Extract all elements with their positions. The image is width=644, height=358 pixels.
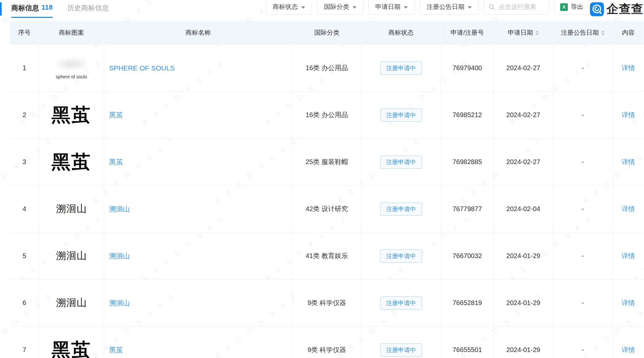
status-badge: 注册申请中 — [380, 109, 422, 122]
trademark-image[interactable]: 黑茧 — [39, 106, 104, 124]
table-row: 7黑茧黑茧9类 科学仪器注册申请中766555012024-01-29-详情 — [10, 327, 644, 358]
tab-label: 历史商标信息 — [67, 3, 109, 13]
filter-label: 商标状态 — [273, 3, 298, 11]
detail-cell: 详情 — [613, 139, 644, 185]
qichacha-logo-icon — [590, 2, 604, 16]
tab-trademark-info[interactable]: 商标信息 118 — [11, 3, 53, 18]
trademark-name-link[interactable]: SPHERE OF SOULS — [109, 64, 175, 72]
tab-count-badge: 118 — [41, 3, 53, 11]
detail-cell: 详情 — [613, 45, 644, 91]
trademark-name-cell: 溯洄山 — [104, 186, 293, 232]
tab-history-trademark-info[interactable]: 历史商标信息 — [67, 3, 109, 18]
status-cell: 注册申请中 — [361, 233, 441, 279]
trademark-name-link[interactable]: 黑茧 — [109, 157, 123, 167]
trademark-name-link[interactable]: 溯洄山 — [109, 204, 130, 214]
search-box[interactable] — [484, 0, 549, 15]
table-row: 1sphere of soulsSPHERE OF SOULS16类 办公用品注… — [10, 45, 644, 92]
trademark-name-cell: 溯洄山 — [104, 233, 293, 279]
column-header-1: 序号 — [10, 21, 39, 45]
detail-cell: 详情 — [613, 92, 644, 138]
sort-icon[interactable] — [601, 30, 605, 35]
trademark-name-cell: 溯洄山 — [104, 280, 293, 326]
table-row: 2黑茧黑茧16类 办公用品注册申请中769852122024-02-27-详情 — [10, 92, 644, 139]
detail-link[interactable]: 详情 — [622, 204, 635, 213]
trademark-image-text: 黑茧 — [52, 106, 91, 124]
export-button[interactable]: X 导出 — [554, 0, 590, 15]
filter-trademark-status[interactable]: 商标状态 — [266, 0, 312, 15]
trademark-image-text: sphere of souls — [56, 74, 87, 79]
trademark-name-cell: 黑茧 — [104, 139, 293, 185]
detail-cell: 详情 — [613, 327, 644, 358]
column-header-label: 商标状态 — [389, 28, 414, 37]
row-index: 3 — [10, 139, 39, 185]
intl-class: 9类 科学仪器 — [293, 327, 361, 358]
apply-date: 2024-01-29 — [494, 327, 553, 358]
trademark-image[interactable]: 溯洄山 — [39, 202, 104, 216]
filter-intl-class[interactable]: 国际分类 — [317, 0, 363, 15]
brand-name: 企查查 — [607, 1, 643, 17]
filter-label: 注册公告日期 — [427, 3, 464, 11]
trademark-name-link[interactable]: 黑茧 — [109, 111, 123, 120]
trademark-image[interactable]: 溯洄山 — [39, 249, 104, 263]
column-header-3: 商标名称 — [104, 21, 293, 45]
status-cell: 注册申请中 — [361, 45, 441, 91]
trademark-image[interactable]: sphere of souls — [39, 57, 104, 79]
intl-class: 42类 设计研究 — [293, 186, 361, 232]
detail-cell: 详情 — [613, 233, 644, 279]
status-badge: 注册申请中 — [380, 249, 422, 263]
status-badge: 注册申请中 — [380, 156, 422, 169]
search-input[interactable] — [498, 3, 541, 11]
filter-label: 国际分类 — [324, 3, 349, 11]
trademark-image-text: 黑茧 — [52, 340, 91, 358]
column-header-7[interactable]: 申请日期 — [494, 21, 553, 45]
export-label: 导出 — [571, 3, 583, 11]
detail-link[interactable]: 详情 — [622, 345, 635, 354]
detail-link[interactable]: 详情 — [622, 251, 635, 260]
pub-date: - — [553, 327, 613, 358]
intl-class: 25类 服装鞋帽 — [293, 139, 361, 185]
trademark-image[interactable]: 溯洄山 — [39, 296, 104, 310]
apply-date: 2024-01-29 — [494, 233, 553, 279]
status-cell: 注册申请中 — [361, 280, 441, 326]
table-row: 3黑茧黑茧25类 服装鞋帽注册申请中769828852024-02-27-详情 — [10, 139, 644, 186]
apply-date: 2024-02-27 — [494, 45, 553, 91]
pub-date: - — [553, 280, 613, 326]
status-badge: 注册申请中 — [380, 343, 422, 357]
trademark-name-link[interactable]: 黑茧 — [109, 345, 123, 355]
column-header-label: 内容 — [622, 28, 635, 37]
row-index: 7 — [10, 327, 39, 358]
page: 8 8 0 D X 5 4 28 8 0 D X 5 4 28 8 0 D X … — [0, 0, 644, 358]
accent-bar — [0, 2, 2, 16]
table-row: 4溯洄山溯洄山42类 设计研究注册申请中767798772024-02-04-详… — [10, 186, 644, 233]
column-header-2: 商标图案 — [39, 21, 104, 45]
pub-date: - — [553, 186, 613, 232]
excel-icon: X — [560, 3, 568, 11]
brand-logo[interactable]: 企查查 — [590, 1, 643, 17]
trademark-name-link[interactable]: 溯洄山 — [109, 298, 130, 308]
detail-link[interactable]: 详情 — [622, 157, 635, 166]
apply-date: 2024-02-27 — [494, 139, 553, 185]
detail-link[interactable]: 详情 — [622, 111, 635, 119]
trademark-image-cell: 黑茧 — [39, 92, 104, 138]
filter-publication-date[interactable]: 注册公告日期 — [420, 0, 479, 15]
trademark-image-text: 溯洄山 — [56, 296, 87, 310]
trademark-image-cell: sphere of souls — [39, 45, 104, 91]
tab-label: 商标信息 — [11, 3, 39, 13]
detail-link[interactable]: 详情 — [622, 64, 635, 72]
trademark-image[interactable]: 黑茧 — [39, 340, 104, 358]
column-header-8[interactable]: 注册公告日期 — [553, 21, 613, 45]
column-header-label: 序号 — [18, 28, 31, 37]
filter-apply-date[interactable]: 申请日期 — [368, 0, 415, 15]
pub-date: - — [553, 92, 613, 138]
filter-label: 申请日期 — [375, 3, 401, 11]
status-cell: 注册申请中 — [361, 139, 441, 185]
sort-icon[interactable] — [535, 30, 539, 35]
trademark-name-link[interactable]: 溯洄山 — [109, 251, 130, 261]
column-header-label: 注册公告日期 — [561, 28, 599, 37]
status-badge: 注册申请中 — [380, 202, 422, 216]
trademark-image[interactable]: 黑茧 — [39, 153, 104, 171]
intl-class: 16类 办公用品 — [293, 45, 361, 91]
table-body: 1sphere of soulsSPHERE OF SOULS16类 办公用品注… — [10, 45, 644, 358]
row-index: 5 — [10, 233, 39, 279]
detail-link[interactable]: 详情 — [622, 298, 635, 307]
